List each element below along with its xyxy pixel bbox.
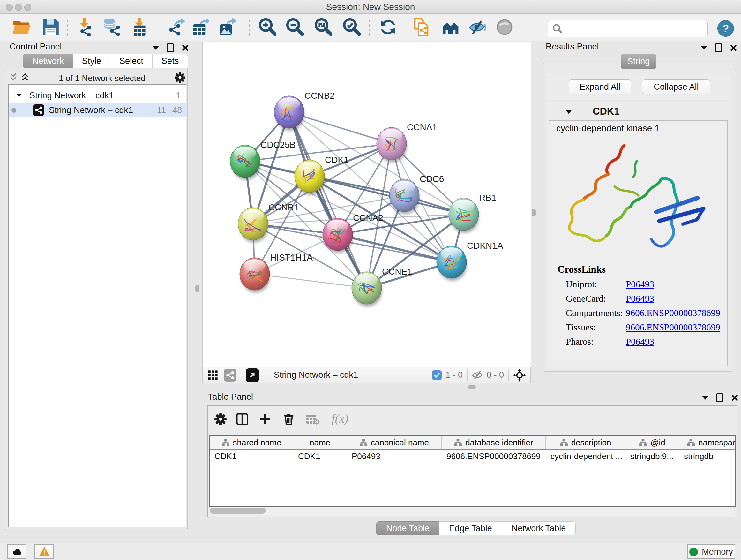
crosslink-link[interactable]: P06493 [626,294,654,304]
network-edge-CCNE1-HIST1H1A[interactable] [255,274,367,288]
table-cell[interactable]: P06493 [347,451,442,461]
crosslink-link[interactable]: 9606.ENSP00000378699 [626,308,720,318]
table-cell[interactable]: 9606.ENSP00000378699 [442,451,546,461]
save-session-button[interactable] [41,17,61,37]
crosslink-label: GeneCard: [566,294,626,304]
network-node-CCNA1[interactable]: CCNA1 [377,122,437,163]
network-collection-row[interactable]: String Network – cdk1 1 [9,88,186,103]
panel-float-icon[interactable] [166,44,174,52]
bottom-splitter-handle[interactable] [468,385,476,389]
table-hscrollbar[interactable] [209,507,734,515]
grid-view-icon[interactable] [208,370,218,380]
right-splitter-handle[interactable] [532,209,536,216]
export-table-button[interactable] [191,17,212,37]
network-node-CDK1[interactable]: CDK1 [294,155,349,195]
network-node-RB1[interactable]: RB1 [449,193,496,233]
network-node-CCNB2[interactable]: CCNB2 [274,91,335,131]
hide-glasses-button[interactable] [468,17,488,37]
tree-expander-icon[interactable] [17,94,22,97]
network-node-CDC25B[interactable]: CDC25B [230,140,295,180]
create-column-button[interactable] [258,412,272,426]
tab-sets[interactable]: Sets [152,54,188,69]
zoom-out-button[interactable] [284,17,305,37]
table-cell[interactable]: CDK1 [293,451,347,461]
tab-style[interactable]: Style [73,54,111,69]
network-node-HIST1H1A[interactable]: HIST1H1A [240,253,313,293]
panel-close-icon[interactable] [182,44,189,51]
network-share-badge[interactable] [224,369,237,381]
panel-menu-icon[interactable] [701,46,707,50]
column-header-shared-name[interactable]: shared name [210,436,293,449]
crosslink-link[interactable]: P06493 [626,279,654,290]
cloud-button[interactable] [7,544,26,559]
birdseye-toggle[interactable] [246,368,259,382]
network-edge-CCNB2-CCNA1[interactable] [289,112,392,144]
delete-column-button[interactable] [282,412,296,426]
crosslink-link[interactable]: 9606.ENSP00000378699 [626,322,720,333]
move-crosshair-icon[interactable] [513,369,526,381]
zoom-in-button[interactable] [257,17,277,37]
refresh-button[interactable] [378,17,398,37]
import-network-from-file-button[interactable] [74,17,95,37]
column-header-@id[interactable]: @id [625,436,679,449]
column-header-canonical-name[interactable]: canonical name [347,436,442,449]
network-canvas[interactable]: CCNB2CCNA1CDC25BCDK1CDC6RB1CCNB1CCNA2CDK… [202,42,531,368]
panel-float-icon[interactable] [716,393,724,402]
show-columns-button[interactable] [235,412,249,426]
tab-node-table[interactable]: Node Table [376,521,440,536]
warnings-button[interactable] [35,544,54,559]
panel-menu-icon[interactable] [702,396,709,400]
panel-close-icon[interactable] [730,44,737,51]
collapse-all-icon[interactable] [10,73,17,81]
import-network-from-database-button[interactable] [102,17,122,37]
left-splitter-handle[interactable] [195,285,199,293]
table-cell[interactable]: stringdb:9... [625,451,679,461]
export-image-button[interactable] [218,17,238,37]
zoom-selected-button[interactable] [341,17,361,37]
crosslink-link[interactable]: P06493 [626,336,654,347]
expand-all-button[interactable]: Expand All [569,79,631,94]
table-options-button[interactable] [213,412,227,426]
delete-table-button[interactable] [306,413,320,427]
string-import-button[interactable] [412,17,432,37]
network-node-CDKN1A[interactable]: CDKN1A [436,241,503,281]
network-node-CDC6[interactable]: CDC6 [389,174,444,214]
zoom-fit-button[interactable] [313,17,333,37]
node-label-CCNA1: CCNA1 [407,122,437,132]
network-node-CCNE1[interactable]: CCNE1 [352,266,412,307]
tab-network-table[interactable]: Network Table [502,521,576,536]
table-cell[interactable]: CDK1 [210,451,293,461]
tab-select[interactable]: Select [111,54,152,69]
memory-button[interactable]: Memory [687,544,735,559]
column-header-namespace[interactable]: namespace [679,436,735,449]
search-input[interactable] [565,23,700,34]
network-options-gear-icon[interactable] [175,72,185,83]
show-glasses-button[interactable] [494,17,515,37]
help-button[interactable]: ? [718,20,734,37]
table-cell[interactable]: stringdb [679,451,735,461]
tab-string[interactable]: String [621,54,656,69]
tab-edge-table[interactable]: Edge Table [440,521,502,536]
crosslink-label: Pharos: [566,336,626,347]
function-builder-button[interactable]: f(x) [332,412,348,426]
panel-menu-icon[interactable] [152,46,159,50]
table-cell[interactable]: cyclin-dependent ... [546,451,625,461]
open-session-button[interactable] [11,17,31,37]
network-row-selected[interactable]: String Network – cdk1 11 48 [9,103,186,118]
import-table-from-file-button[interactable] [129,17,149,37]
panel-float-icon[interactable] [715,44,722,52]
panel-close-icon[interactable] [731,394,738,401]
gene-expander-icon[interactable] [566,111,571,114]
home-button[interactable] [440,17,461,37]
column-header-database-identifier[interactable]: database identifier [442,436,546,449]
column-header-name[interactable]: name [293,436,347,449]
collapse-all-button[interactable]: Collapse All [642,79,711,94]
hscrollbar-thumb[interactable] [210,508,266,514]
expand-all-icon[interactable] [21,73,29,81]
column-header-description[interactable]: description [546,436,625,449]
export-network-button[interactable] [166,17,187,37]
tab-network[interactable]: Network [23,54,73,69]
toolbar-separator [405,17,405,36]
selected-checkbox[interactable] [432,370,442,380]
table-row[interactable]: CDK1CDK1P064939606.ENSP00000378699cyclin… [210,450,735,462]
